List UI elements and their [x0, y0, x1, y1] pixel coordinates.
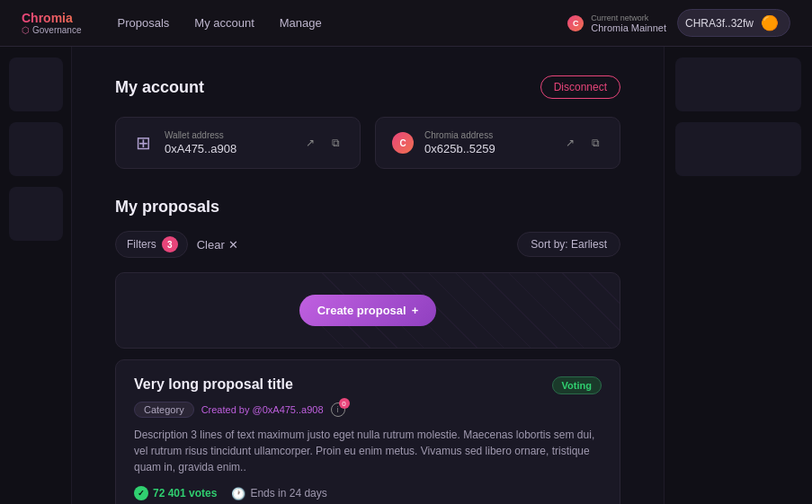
chromia-address-info: Chromia address 0x625b..5259	[424, 130, 551, 155]
filters-row: Filters 3 Clear ✕ Sort by: Earliest	[115, 231, 620, 258]
content-area: My account Disconnect ⊞ Wallet address 0…	[72, 47, 664, 504]
votes-value: 72 401 votes	[153, 487, 217, 500]
ends-info: 🕐 Ends in 24 days	[231, 487, 326, 500]
sidebar-right-item-1	[675, 57, 801, 111]
created-by-prefix: Created by	[201, 404, 250, 415]
network-info: C Current network Chromia Mainnet	[567, 13, 666, 33]
chromia-icon-circle: C	[392, 132, 414, 154]
clear-label: Clear	[197, 238, 225, 252]
my-proposals-title: My proposals	[115, 198, 620, 217]
sidebar-left	[0, 47, 72, 504]
network-label-name: Chromia Mainnet	[591, 22, 666, 33]
nav-links: Proposals My account Manage	[117, 16, 567, 30]
network-icon: C	[567, 15, 584, 31]
chromia-address-label: Chromia address	[424, 130, 551, 140]
sidebar-left-item-2	[9, 122, 63, 176]
logo-subtitle: Governance	[22, 25, 81, 35]
chromia-address-actions: ↗ ⧉	[560, 133, 605, 153]
chromia-address-card: C Chromia address 0x625b..5259 ↗ ⧉	[375, 117, 620, 169]
filters-button[interactable]: Filters 3	[115, 231, 188, 258]
clock-icon: 🕐	[231, 487, 245, 500]
create-proposal-button[interactable]: Create proposal +	[299, 295, 437, 326]
chromia-copy-button[interactable]: ⧉	[585, 133, 605, 153]
chromia-icon: C	[390, 130, 415, 155]
create-proposal-label: Create proposal	[317, 304, 406, 317]
wallet-button[interactable]: CHRA3f..32fw 🟠	[677, 9, 790, 37]
logo-title: Chromia	[22, 11, 81, 25]
clear-filters-button[interactable]: Clear ✕	[197, 238, 238, 252]
filters-count: 3	[162, 236, 178, 252]
filters-label: Filters	[127, 238, 156, 251]
category-badge: Category	[134, 402, 194, 418]
proposal-card: Very long proposal title Voting Category…	[115, 359, 620, 504]
disconnect-button[interactable]: Disconnect	[540, 75, 620, 99]
nav-link-manage[interactable]: Manage	[280, 16, 322, 30]
network-label-prefix: Current network	[591, 13, 666, 22]
wallet-icon-glyph: ⊞	[136, 132, 151, 154]
proposal-footer: ✓ 72 401 votes 🕐 Ends in 24 days	[134, 486, 602, 500]
nav-link-proposals[interactable]: Proposals	[117, 16, 169, 30]
sidebar-left-item-3	[9, 187, 63, 241]
wallet-address-short: CHRA3f..32fw	[685, 17, 754, 30]
wallet-avatar: 🟠	[761, 14, 779, 31]
create-proposal-icon: +	[412, 304, 419, 317]
voting-badge: Voting	[552, 376, 602, 394]
vote-check-icon: ✓	[134, 486, 148, 500]
created-by: Created by @0xA475..a908	[201, 404, 324, 415]
my-account-title: My account	[115, 78, 204, 97]
proposal-meta: Category Created by @0xA475..a908 i 0	[134, 402, 602, 418]
my-account-header: My account Disconnect	[115, 75, 620, 99]
created-by-handle: @0xA475..a908	[253, 404, 324, 415]
sidebar-right-item-2	[675, 122, 801, 176]
wallet-copy-button[interactable]: ⧉	[326, 133, 345, 153]
nav-right: C Current network Chromia Mainnet CHRA3f…	[567, 9, 790, 37]
chromia-external-link-button[interactable]: ↗	[560, 133, 580, 153]
create-proposal-card: Create proposal +	[115, 272, 620, 349]
nav-link-myaccount[interactable]: My account	[194, 16, 254, 30]
wallet-icon: ⊞	[130, 130, 156, 155]
navbar: Chromia Governance Proposals My account …	[0, 0, 812, 47]
votes-count: ✓ 72 401 votes	[134, 486, 217, 500]
address-cards: ⊞ Wallet address 0xA475..a908 ↗ ⧉ C Chro…	[115, 117, 620, 169]
wallet-external-link-button[interactable]: ↗	[300, 133, 320, 153]
info-glyph: i	[337, 405, 339, 414]
clear-icon: ✕	[228, 238, 238, 252]
info-icon[interactable]: i 0	[331, 402, 345, 417]
sort-button[interactable]: Sort by: Earliest	[517, 232, 620, 257]
proposal-description: Description 3 lines of text maximum just…	[134, 427, 602, 475]
wallet-address-card: ⊞ Wallet address 0xA475..a908 ↗ ⧉	[115, 117, 361, 169]
wallet-address-label: Wallet address	[165, 130, 291, 140]
proposal-card-header: Very long proposal title Voting	[134, 376, 602, 394]
network-label: Current network Chromia Mainnet	[591, 13, 666, 33]
wallet-address-value: 0xA475..a908	[165, 142, 291, 155]
logo: Chromia Governance	[22, 11, 81, 35]
ends-in-value: Ends in 24 days	[250, 487, 326, 500]
chromia-address-value: 0x625b..5259	[424, 142, 551, 155]
main-wrapper: My account Disconnect ⊞ Wallet address 0…	[0, 47, 812, 504]
sidebar-right	[664, 47, 812, 504]
wallet-address-info: Wallet address 0xA475..a908	[165, 130, 291, 155]
wallet-address-actions: ↗ ⧉	[300, 133, 345, 153]
info-badge: 0	[339, 398, 350, 409]
sidebar-left-item-1	[9, 57, 63, 111]
proposal-title: Very long proposal title	[134, 376, 293, 393]
